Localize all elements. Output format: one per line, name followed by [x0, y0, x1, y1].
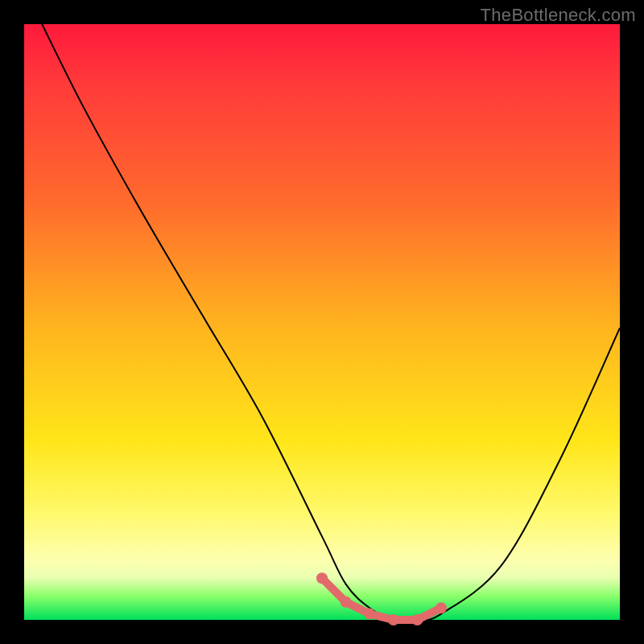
curve-svg [24, 24, 620, 620]
chart-frame: TheBottleneck.com [0, 0, 644, 644]
optimal-range-dot [316, 572, 328, 584]
watermark-text: TheBottleneck.com [481, 5, 636, 26]
optimal-range-line [322, 578, 441, 620]
plot-area [24, 24, 620, 620]
optimal-range-dot [388, 614, 399, 625]
bottleneck-curve [42, 24, 620, 621]
optimal-range-dot [411, 614, 423, 625]
optimal-range-dot [436, 602, 447, 613]
optimal-range-dot [364, 609, 375, 620]
optimal-range-dot [341, 597, 352, 608]
